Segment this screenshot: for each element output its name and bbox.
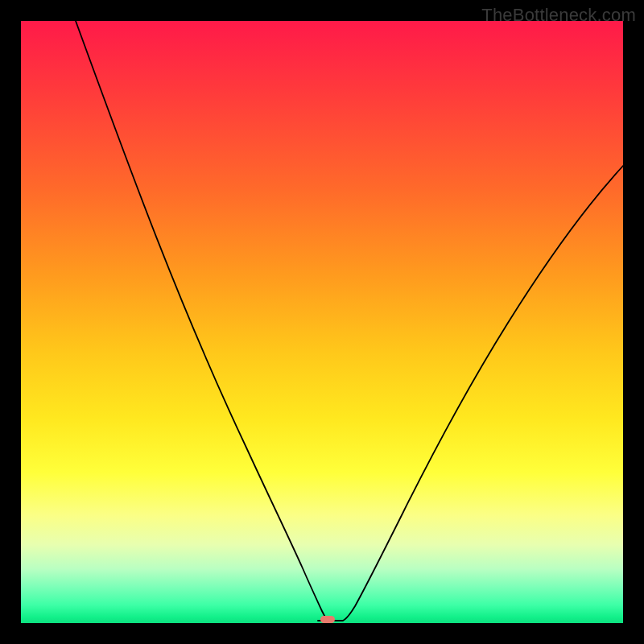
chart-svg [21,21,623,623]
minimum-marker [320,616,335,623]
curve-right-branch [318,166,623,621]
curve-left-branch [76,21,329,621]
watermark-text: TheBottleneck.com [481,5,636,26]
chart-plot-area [21,21,623,623]
chart-stage: TheBottleneck.com [0,0,644,644]
